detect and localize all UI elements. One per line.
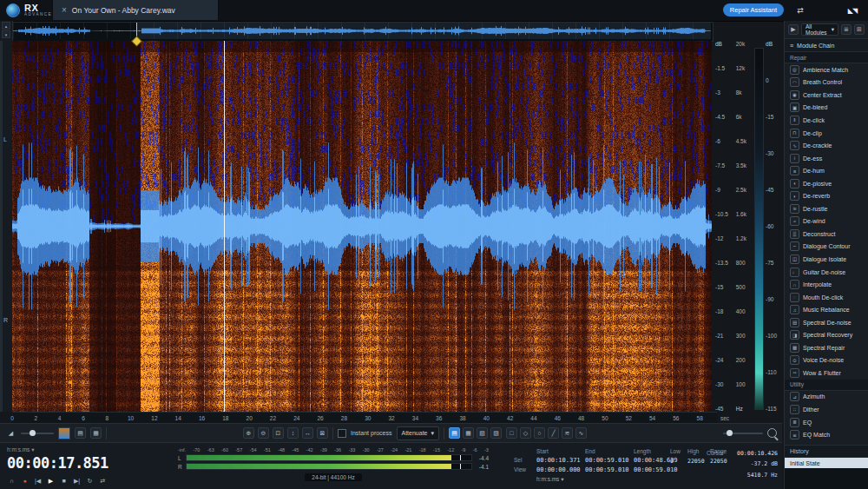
- module-item-label: Spectral Recovery: [803, 332, 852, 338]
- module-item-de-rustle[interactable]: ≋De-rustle: [785, 202, 868, 215]
- scale-tick-label: -75: [766, 260, 782, 266]
- horizontal-zoom-knob[interactable]: [727, 430, 733, 436]
- find-similar-tool[interactable]: ∿: [575, 427, 587, 439]
- meter-track-right[interactable]: [186, 463, 472, 470]
- eq-icon: ≣: [790, 418, 799, 427]
- zoom-out-vertical-button[interactable]: ↔: [302, 427, 313, 439]
- module-item-de-click[interactable]: ‖De-click: [785, 114, 868, 127]
- module-filter-dropdown[interactable]: All Modules ▾: [801, 23, 838, 36]
- module-item-de-bleed[interactable]: ▣De-bleed: [785, 102, 868, 115]
- play-button[interactable]: ▶: [46, 476, 56, 486]
- link-button[interactable]: ⇄: [98, 476, 108, 486]
- time-format-dropdown[interactable]: h:m:s.ms ▾: [7, 446, 34, 453]
- module-item-spectral-de-noise[interactable]: ▤Spectral De-noise: [785, 316, 868, 329]
- module-item-wow-flutter[interactable]: ∾Wow & Flutter: [785, 367, 868, 380]
- zoom-fit-button[interactable]: ⊠: [317, 427, 328, 439]
- meter-track-left[interactable]: [186, 454, 472, 461]
- repair-assistant-button[interactable]: Repair Assistant: [723, 3, 784, 17]
- time-ruler[interactable]: sec 024681012141618202224262830323436384…: [12, 412, 717, 424]
- history-item[interactable]: Initial State: [785, 458, 868, 468]
- module-item-eq-match[interactable]: ≌EQ Match: [785, 428, 868, 441]
- module-item-breath-control[interactable]: ◠Breath Control: [785, 76, 868, 89]
- compare-icon[interactable]: ⇄: [793, 3, 807, 17]
- module-item-de-reverb[interactable]: ◗De-reverb: [785, 189, 868, 202]
- de-hum-icon: ≡: [790, 166, 799, 175]
- monitor-button[interactable]: ∩: [7, 476, 16, 486]
- time-tick-label: 40: [483, 415, 490, 421]
- module-item-eq[interactable]: ≣EQ: [785, 416, 868, 429]
- zoom-to-selection-button[interactable]: ⊡: [273, 427, 284, 439]
- module-item-music-rebalance[interactable]: ♫Music Rebalance: [785, 303, 868, 316]
- history-header[interactable]: History: [785, 445, 868, 458]
- module-item-center-extract[interactable]: ◉Center Extract: [785, 89, 868, 102]
- blend-slider[interactable]: [21, 433, 54, 434]
- magnifier-icon[interactable]: [767, 428, 777, 438]
- blend-slider-knob[interactable]: [30, 430, 36, 436]
- grid-settings-button[interactable]: ▤: [75, 427, 86, 439]
- overview-collapse-icon[interactable]: ▴: [2, 22, 10, 30]
- module-item-label: Dialogue Isolate: [803, 256, 846, 262]
- time-selection-tool[interactable]: □: [506, 427, 517, 439]
- ruler-settings-button[interactable]: ▦: [90, 427, 102, 439]
- instant-process-checkbox[interactable]: [338, 429, 346, 438]
- overview-waveform[interactable]: [12, 22, 713, 42]
- skip-forward-button[interactable]: ▶|: [72, 476, 82, 486]
- loop-button[interactable]: ↻: [85, 476, 95, 486]
- scale-tick-label: -6: [715, 138, 736, 144]
- module-item-de-crackle[interactable]: ∿De-crackle: [785, 139, 868, 152]
- voice-de-noise-icon: ⊙: [790, 355, 799, 365]
- spectral-de-noise-icon: ▤: [790, 318, 799, 327]
- magic-wand-tool[interactable]: ≋: [562, 427, 573, 439]
- module-item-de-hum[interactable]: ≡De-hum: [785, 164, 868, 177]
- module-item-deconstruct[interactable]: ▒Deconstruct: [785, 228, 868, 241]
- module-item-dither[interactable]: ∷Dither: [785, 403, 868, 416]
- module-item-de-ess[interactable]: ≀De-ess: [785, 152, 868, 165]
- module-item-de-plosive[interactable]: ◖De-plosive: [785, 177, 868, 190]
- module-chain-item[interactable]: ≡ Module Chain: [785, 38, 868, 52]
- view-composite-button[interactable]: ▨: [490, 427, 502, 439]
- mouth-de-click-icon: ◌: [790, 293, 799, 302]
- module-item-interpolate[interactable]: ∩Interpolate: [785, 278, 868, 291]
- de-clip-icon: ⊓: [790, 129, 799, 138]
- module-item-dialogue-isolate[interactable]: ◫Dialogue Isolate: [785, 253, 868, 266]
- horizontal-zoom-slider[interactable]: [723, 433, 763, 434]
- list-view-icon[interactable]: ≣: [841, 24, 852, 35]
- overview-canvas[interactable]: [13, 23, 711, 39]
- brush-selection-tool[interactable]: ╱: [548, 427, 559, 439]
- module-item-ambience-match[interactable]: ◎Ambience Match: [785, 63, 868, 76]
- module-item-de-wind[interactable]: ≈De-wind: [785, 215, 868, 228]
- module-item-spectral-recovery[interactable]: ◨Spectral Recovery: [785, 328, 868, 341]
- spectrogram-canvas[interactable]: [12, 41, 712, 412]
- zoom-out-horizontal-button[interactable]: ⊖: [258, 427, 269, 439]
- close-tab-icon[interactable]: ×: [62, 5, 67, 15]
- file-tab[interactable]: × On Your Own - Abby Carey.wav: [52, 0, 219, 20]
- module-item-mouth-de-click[interactable]: ◌Mouth De-click: [785, 291, 868, 304]
- overview-expand-icon[interactable]: ▾: [2, 30, 10, 38]
- zoom-in-vertical-button[interactable]: ↕: [287, 427, 299, 439]
- skip-back-button[interactable]: |◀: [33, 476, 43, 486]
- low-value[interactable]: 0: [670, 458, 687, 465]
- sel-end-value[interactable]: 00:00:59.010: [585, 457, 634, 464]
- module-item-voice-de-noise[interactable]: ⊙Voice De-noise: [785, 354, 868, 367]
- run-module-button[interactable]: ▶: [788, 24, 799, 35]
- grid-view-icon[interactable]: ⊞: [854, 24, 865, 35]
- selection-format-dropdown[interactable]: h:m:s.ms ▾: [536, 476, 634, 483]
- meter-tick-label: -33: [348, 447, 355, 453]
- time-frequency-selection-tool[interactable]: ◇: [520, 427, 531, 439]
- view-waveform-spectrogram-button[interactable]: ▤: [449, 427, 460, 439]
- module-item-dialogue-contour[interactable]: ⌣Dialogue Contour: [785, 241, 868, 254]
- view-waveform-button[interactable]: ▧: [477, 427, 488, 439]
- view-spectrogram-button[interactable]: ▦: [463, 427, 474, 439]
- module-item-label: Wow & Flutter: [803, 370, 841, 376]
- sel-start-value[interactable]: 00:00:10.371: [536, 457, 585, 464]
- module-item-spectral-repair[interactable]: ▦Spectral Repair: [785, 341, 868, 354]
- module-item-azimuth[interactable]: ⊿Azimuth: [785, 391, 868, 404]
- lasso-selection-tool[interactable]: ○: [534, 427, 545, 439]
- zoom-in-horizontal-button[interactable]: ⊕: [243, 427, 254, 439]
- spectrogram-blend-icon[interactable]: [58, 427, 70, 439]
- record-button[interactable]: ●: [20, 476, 30, 486]
- stop-button[interactable]: ■: [59, 476, 69, 486]
- process-mode-dropdown[interactable]: Attenuate ▾: [397, 426, 439, 440]
- module-item-guitar-de-noise[interactable]: ♩Guitar De-noise: [785, 266, 868, 279]
- module-item-de-clip[interactable]: ⊓De-clip: [785, 127, 868, 140]
